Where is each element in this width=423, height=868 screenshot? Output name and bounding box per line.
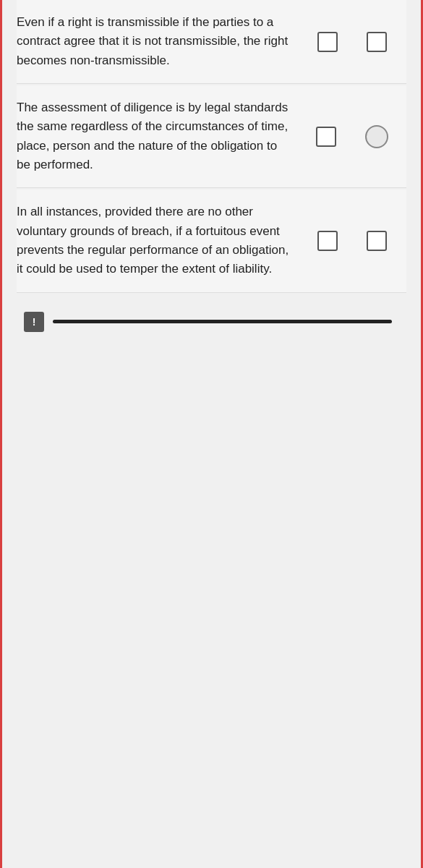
row3-text: In all instances, provided there are no … <box>17 203 298 278</box>
row3-checkbox1[interactable] <box>317 231 338 251</box>
page-container: Even if a right is transmissible if the … <box>0 0 423 868</box>
row2-checkbox2[interactable] <box>365 125 388 148</box>
table-row: The assessment of diligence is by legal … <box>17 85 406 188</box>
row2-checkbox1[interactable] <box>316 127 336 147</box>
row3-checkboxes <box>298 231 406 251</box>
alert-icon: ! <box>24 312 44 332</box>
row1-checkbox1[interactable] <box>317 32 338 52</box>
row1-text: Even if a right is transmissible if the … <box>17 13 298 70</box>
row1-checkbox2[interactable] <box>367 32 387 52</box>
row1-checkboxes <box>298 32 406 52</box>
footer-area: ! <box>17 296 406 332</box>
row3-checkbox2[interactable] <box>367 231 387 251</box>
row2-text: The assessment of diligence is by legal … <box>17 98 298 174</box>
table-row: Even if a right is transmissible if the … <box>17 0 406 84</box>
scroll-bar[interactable] <box>53 320 392 323</box>
table-row: In all instances, provided there are no … <box>17 190 406 292</box>
row2-checkboxes <box>298 125 406 148</box>
